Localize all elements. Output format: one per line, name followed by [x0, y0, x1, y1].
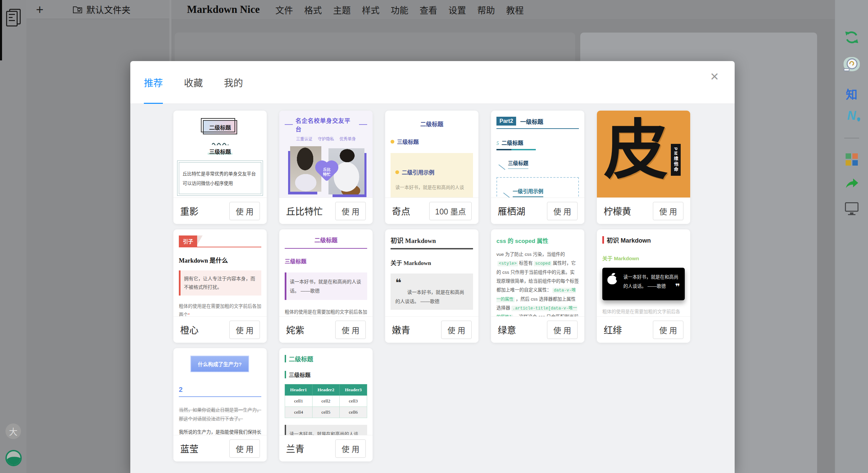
zhihu-icon[interactable]: 知: [846, 86, 857, 102]
share-arrow-icon[interactable]: [845, 177, 859, 189]
theme-card-lvyi: css 的 scoped 属性 vue 为了防止 css 污染，当组件的<sty…: [491, 229, 584, 343]
preview-h1-row: 初识 Markdown: [602, 235, 685, 244]
preview-quote-box: 一级引用示例 读一本好书，就是在和高尚的人谈话: [496, 177, 579, 197]
theme-preview: css 的 scoped 属性 vue 为了防止 css 污染，当组件的<sty…: [491, 229, 584, 316]
color-grid-icon[interactable]: [846, 153, 858, 166]
rail-edge-strip: [0, 0, 2, 60]
preview-h1-row: 初识 Markdown: [391, 235, 473, 249]
use-theme-button[interactable]: 使 用: [229, 439, 260, 458]
theme-name: 重影: [180, 204, 199, 217]
use-theme-button[interactable]: 使 用: [229, 202, 260, 220]
preview-h1-box: 什么构成了生产力?: [190, 356, 249, 372]
current-folder[interactable]: 默认文件夹: [58, 3, 146, 16]
theme-card-qiubitemang: 名企名校单身交友平台 三重认证 守护隐私 优秀单身 丘比: [279, 111, 373, 224]
preview-h3-row: 三级标题: [285, 371, 367, 379]
sync-green-icon[interactable]: [844, 30, 859, 45]
theme-preview: 名企名校单身交友平台 三重认证 守护隐私 优秀单身 丘比: [279, 111, 373, 197]
preview-quote: ❝ 读一本好书，就是在和高尚的人谈话。 ——歌德: [391, 273, 473, 310]
green-bar: [285, 355, 286, 362]
preview-quote-box: 二级引用示例 读一本好书，就是在和高尚的人谈: [391, 153, 473, 197]
menu-format[interactable]: 格式: [304, 3, 322, 16]
heart-badge: 丘比 特忙: [317, 163, 337, 182]
preview-h1: css 的 scoped 属性: [496, 236, 579, 245]
use-theme-button[interactable]: 使 用: [335, 321, 366, 339]
theme-card-ningmenghuang: 皮 PM维他命 柠檬黄 使 用: [597, 111, 690, 224]
document-front-page-icon: [6, 11, 18, 26]
card-footer: 蓝莹 使 用: [173, 435, 267, 461]
red-bar: [602, 236, 604, 244]
modal-header: 推荐 收藏 我的 ✕: [130, 61, 735, 104]
menu-style[interactable]: 样式: [362, 3, 379, 16]
menu-file[interactable]: 文件: [275, 3, 293, 16]
tab-mine[interactable]: 我的: [224, 61, 243, 103]
menu-function[interactable]: 功能: [391, 3, 408, 16]
menu-help[interactable]: 帮助: [477, 3, 495, 16]
vertical-badge: PM维他命: [671, 144, 681, 176]
green-bar: [285, 371, 286, 378]
h2-underline: [496, 149, 536, 150]
preview-h1: Markdown 是什么: [179, 256, 261, 264]
black-quote-card: 读一本好书，就是在和高尚的人谈话。 ——歌德 ❞: [602, 268, 685, 300]
theme-name: 姹紫: [286, 323, 304, 336]
card-footer: 红绯 使 用: [597, 316, 690, 343]
theme-preview: 什么构成了生产力? 2 当然，如果你说截止日期是第一生产力，那这个对话就没法进行…: [173, 348, 267, 435]
theme-preview: 引子 Markdown 是什么 拥有它，让人专注于内容本身，而不被格式所打扰。 …: [173, 229, 267, 316]
theme-card-lanying: 什么构成了生产力? 2 当然，如果你说截止日期是第一生产力，那这个对话就没法进行…: [173, 348, 267, 461]
bullet-dot: [391, 140, 394, 144]
documents-icon[interactable]: [6, 9, 22, 27]
menu-tutorial[interactable]: 教程: [506, 3, 524, 16]
card-footer: 重影 使 用: [173, 197, 267, 224]
use-theme-button[interactable]: 使 用: [653, 202, 683, 220]
card-footer: 兰青 使 用: [279, 435, 373, 461]
theme-preview: 二级标题 三级标题 丘比特忙是非常优秀的单身交友平台 可以访问微信小程序使用: [173, 111, 267, 197]
quote-mark: ❝: [395, 278, 468, 288]
use-theme-button[interactable]: 使 用: [547, 321, 578, 339]
monitor-icon[interactable]: [845, 202, 858, 212]
theme-preview: 初识 Markdown 关于 Markdown 读一本好书，就是在和高尚的人谈话…: [597, 229, 690, 316]
theme-name: 丘比特忙: [286, 204, 323, 217]
use-theme-button[interactable]: 使 用: [547, 202, 578, 220]
folder-name-label: 默认文件夹: [86, 3, 130, 16]
card-footer: 丘比特忙 使 用: [279, 197, 373, 224]
preview-quote: 读一本好书，就是在和高尚的人谈话。 ——歌德: [285, 272, 367, 300]
tab-recommended[interactable]: 推荐: [144, 61, 163, 103]
wave-n-icon[interactable]: N: [847, 109, 856, 123]
theme-name: 红绯: [604, 323, 622, 336]
close-icon[interactable]: ✕: [710, 71, 719, 82]
theme-preview: 二级标题 三级标题 Header1 Header2 Header3: [279, 348, 373, 435]
folder-icon: [73, 5, 83, 14]
use-theme-button[interactable]: 使 用: [335, 439, 366, 458]
theme-preview: 二级标题 三级标题 二级引用示例 读一本好书，就是在和高尚的人谈: [385, 111, 478, 197]
preview-h2: 关于 Markdown: [602, 254, 685, 262]
right-toolbar: 知 N: [835, 0, 868, 473]
theme-card-hongfei: 初识 Markdown 关于 Markdown 读一本好书，就是在和高尚的人谈话…: [597, 229, 690, 343]
coin-clouds-icon[interactable]: [844, 57, 860, 71]
use-theme-button[interactable]: 使 用: [441, 321, 472, 339]
card-footer: 绿意 使 用: [491, 316, 584, 343]
theme-card-chazi: 二级标题 三级标题 读一本好书，就是在和高尚的人谈话。 ——歌德 粗体的使用是在…: [279, 229, 373, 343]
preview-h2: 关于 Markdown: [391, 258, 473, 267]
tab-favorites[interactable]: 收藏: [184, 61, 203, 103]
file-panel-header: + 默认文件夹: [26, 0, 169, 19]
apple-logo-icon: [606, 272, 620, 286]
slash-decoration: [498, 164, 505, 170]
menu-settings[interactable]: 设置: [449, 3, 466, 16]
font-size-button[interactable]: 大: [5, 423, 21, 439]
theme-name: 绿意: [498, 323, 516, 336]
unlock-theme-button[interactable]: 100 墨点: [429, 202, 472, 220]
preview-h2: 二级标题: [391, 119, 473, 128]
preview-table: Header1 Header2 Header3 cell1 cell2 cell…: [285, 384, 367, 418]
menu-theme[interactable]: 主题: [333, 3, 351, 16]
card-footer: 雁栖湖 使 用: [491, 197, 584, 224]
use-theme-button[interactable]: 使 用: [335, 202, 366, 220]
use-theme-button[interactable]: 使 用: [653, 321, 683, 339]
app-title: Markdown Nice: [187, 3, 260, 16]
theme-card-qidian: 二级标题 三级标题 二级引用示例 读一本好书，就是在和高尚的人谈 奇点: [385, 111, 478, 224]
preview-quote: 拥有它，让人专注于内容本身，而不被格式所打扰。: [179, 270, 261, 296]
mdnice-logo[interactable]: [5, 450, 22, 466]
modal-tabs: 推荐 收藏 我的: [144, 61, 721, 103]
menu-view[interactable]: 查看: [419, 3, 437, 16]
use-theme-button[interactable]: 使 用: [229, 321, 260, 339]
preview-h2-row: 二级标题: [285, 235, 367, 249]
new-document-button[interactable]: +: [36, 3, 58, 16]
